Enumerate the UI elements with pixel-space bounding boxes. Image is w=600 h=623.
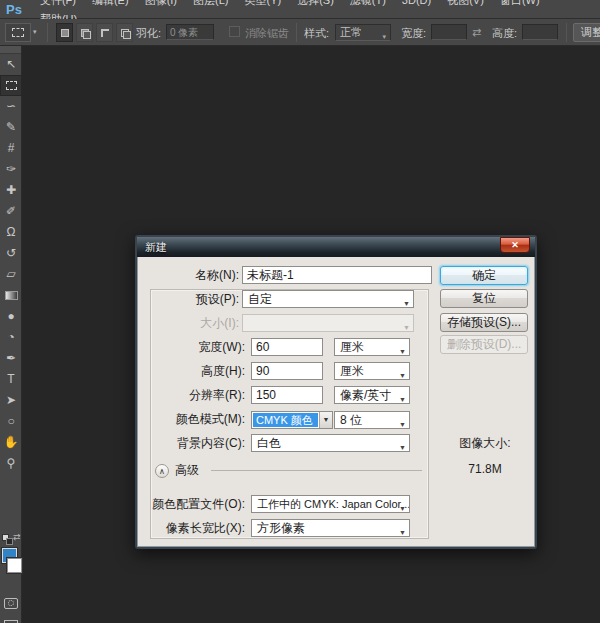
feather-label: 羽化: [136, 25, 161, 41]
menu-item[interactable]: 编辑(E) [84, 0, 137, 6]
color-profile-dropdown[interactable]: 工作中的 CMYK: Japan Color ...▼ [251, 495, 410, 513]
dodge-tool[interactable]: ◔ [0, 327, 22, 348]
history-brush-icon: ↺ [6, 246, 16, 260]
close-button[interactable]: ✕ [500, 237, 530, 253]
height-input[interactable] [522, 24, 558, 40]
dialog-title: 新建 [145, 240, 167, 255]
intersect-selection-button[interactable] [116, 23, 133, 42]
advanced-toggle-button[interactable]: ∧ [155, 464, 169, 478]
menu-item[interactable]: 窗口(W) [492, 0, 548, 6]
tool-preset-button[interactable] [5, 23, 31, 42]
height-input[interactable]: 90 [251, 362, 323, 380]
toolbox-grip[interactable] [0, 46, 21, 54]
type-tool[interactable]: T [0, 369, 22, 390]
rectangular-marquee-tool[interactable] [0, 75, 22, 96]
menu-item[interactable]: 图像(I) [137, 0, 185, 6]
quick-selection-tool[interactable]: ✎ [0, 117, 22, 138]
photoshop-logo: Ps [6, 2, 22, 17]
brush-tool[interactable]: ✐ [0, 201, 22, 222]
menu-item[interactable]: 类型(Y) [236, 0, 289, 6]
background-contents-dropdown[interactable]: 白色▼ [251, 434, 410, 452]
screen-mode-button[interactable] [0, 616, 22, 623]
clone-stamp-tool[interactable]: Ω [0, 222, 22, 243]
chevron-down-icon: ▼ [399, 417, 406, 429]
height-label: 高度(H): [137, 362, 245, 380]
pen-tool[interactable]: ✒ [0, 348, 22, 369]
chevron-down-icon[interactable]: ▼ [319, 412, 332, 428]
new-document-dialog: 新建 ✕ 名称(N): 未标题-1 预设(P): 自定▼ 大小(I): ▼ 宽度… [135, 235, 537, 549]
color-profile-label: 颜色配置文件(O): [137, 495, 245, 513]
color-profile-value: 工作中的 CMYK: Japan Color ... [257, 498, 410, 510]
reset-button[interactable]: 复位 [440, 289, 528, 308]
hand-tool[interactable]: ✋ [0, 432, 22, 453]
eraser-tool[interactable]: ▱ [0, 264, 22, 285]
zoom-tool[interactable]: ⚲ [0, 453, 22, 474]
lasso-icon: ∽ [6, 99, 16, 113]
menu-item[interactable]: 文件(F) [32, 0, 84, 6]
eraser-icon: ▱ [6, 267, 15, 281]
bit-depth-dropdown[interactable]: 8 位▼ [334, 411, 410, 429]
pen-icon: ✒ [6, 351, 16, 365]
history-brush-tool[interactable]: ↺ [0, 243, 22, 264]
antialias-label: 消除锯齿 [245, 25, 289, 41]
preset-dropdown[interactable]: 自定▼ [242, 290, 414, 308]
menu-item[interactable]: 3D(D) [394, 0, 439, 6]
color-mode-selected-value: CMYK 颜色 [253, 413, 318, 427]
feather-input[interactable]: 0 像素 [166, 24, 214, 40]
healing-brush-tool[interactable]: ✚ [0, 180, 22, 201]
dialog-title-bar[interactable]: 新建 ✕ [137, 237, 535, 257]
menu-item[interactable]: 图层(L) [185, 0, 236, 6]
pixel-aspect-label: 像素长宽比(X): [137, 519, 245, 537]
background-contents-label: 背景内容(C): [137, 434, 245, 452]
intersect-selection-icon2 [123, 31, 131, 39]
clone-stamp-icon: Ω [7, 225, 16, 239]
style-dropdown[interactable]: 正常▾ [335, 24, 391, 41]
photoshop-window: Ps 文件(F)编辑(E)图像(I)图层(L)类型(Y)选择(S)滤镜(T)3D… [0, 0, 600, 623]
height-unit-value: 厘米 [340, 364, 364, 378]
add-selection-icon2 [83, 31, 91, 39]
advanced-label: 高级 [175, 462, 199, 479]
width-input[interactable] [431, 24, 467, 40]
lasso-tool[interactable]: ∽ [0, 96, 22, 117]
subtract-selection-icon [101, 29, 109, 37]
ellipse-tool[interactable]: ○ [0, 411, 22, 432]
move-tool[interactable]: ↖ [0, 54, 22, 75]
tool-preset-dropdown-icon[interactable]: ▾ [33, 28, 37, 36]
subtract-from-selection-button[interactable] [96, 23, 113, 42]
ok-button[interactable]: 确定 [440, 266, 528, 285]
resolution-unit-dropdown[interactable]: 像素/英寸▼ [334, 386, 410, 404]
menu-item[interactable]: 选择(S) [289, 0, 342, 6]
name-input[interactable]: 未标题-1 [242, 266, 432, 284]
gradient-tool[interactable] [0, 285, 22, 306]
dodge-icon: ◔ [7, 330, 14, 344]
pixel-aspect-dropdown[interactable]: 方形像素▼ [251, 519, 410, 537]
separator [296, 23, 297, 42]
antialias-checkbox[interactable] [229, 26, 240, 37]
crop-tool[interactable]: # [0, 138, 22, 159]
save-preset-button[interactable]: 存储预设(S)... [440, 313, 528, 332]
refine-edge-button[interactable]: 调整边缘 [573, 23, 600, 42]
default-colors-icon2 [6, 538, 13, 545]
path-selection-tool[interactable]: ➤ [0, 390, 22, 411]
width-input[interactable]: 60 [251, 338, 323, 356]
quick-mask-icon [4, 598, 18, 609]
swap-dimensions-icon[interactable]: ⇄ [472, 24, 481, 40]
menu-item[interactable]: 滤镜(T) [342, 0, 394, 6]
blur-tool[interactable]: ● [0, 306, 22, 327]
height-unit-dropdown[interactable]: 厘米▼ [334, 362, 410, 380]
resolution-unit-value: 像素/英寸 [340, 388, 391, 402]
background-color-swatch[interactable] [7, 558, 22, 573]
width-unit-dropdown[interactable]: 厘米▼ [334, 338, 410, 356]
add-to-selection-button[interactable] [76, 23, 93, 42]
menu-item[interactable]: 视图(V) [439, 0, 492, 6]
quick-mask-button[interactable] [0, 594, 22, 616]
color-mode-dropdown[interactable]: CMYK 颜色 ▼ [251, 411, 333, 429]
pixel-aspect-value: 方形像素 [257, 521, 305, 535]
chevron-down-icon: ▼ [403, 320, 410, 332]
swap-colors-icon[interactable]: ⇄ [13, 532, 21, 542]
resolution-input[interactable]: 150 [251, 386, 323, 404]
quick-selection-icon: ✎ [6, 120, 16, 134]
eyedropper-icon: ✑ [6, 162, 16, 176]
eyedropper-tool[interactable]: ✑ [0, 159, 22, 180]
new-selection-button[interactable] [56, 23, 73, 42]
